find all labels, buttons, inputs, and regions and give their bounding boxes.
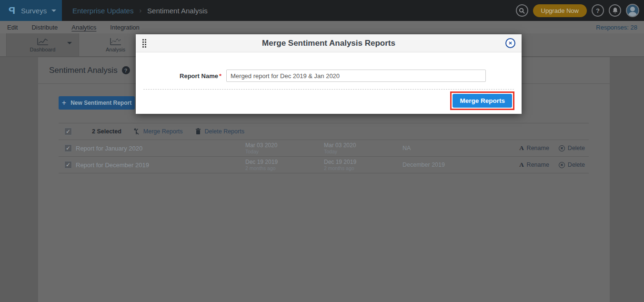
merge-reports-submit-button[interactable]: Merge Reports — [453, 94, 512, 108]
scatter-chart-icon — [110, 37, 122, 46]
rename-action[interactable]: A Rename — [519, 144, 549, 152]
delete-reports-label: Delete Reports — [205, 128, 244, 135]
breadcrumb-parent[interactable]: Enterprise Updates — [72, 7, 133, 15]
bell-icon — [612, 7, 618, 14]
responses-count: Responses: 28 — [596, 24, 637, 31]
merge-reports-label: Merge Reports — [143, 128, 183, 135]
top-navbar: P Surveys Enterprise Updates › Sentiment… — [0, 0, 644, 21]
delete-circle-icon — [559, 145, 565, 151]
delete-label: Delete — [568, 161, 585, 168]
survey-section-nav: Edit Distribute Analytics Integration Re… — [0, 21, 644, 33]
search-icon — [519, 8, 525, 14]
nav-item-analytics[interactable]: Analytics — [71, 24, 96, 31]
rename-icon: A — [519, 161, 523, 169]
help-icon[interactable]: ? — [122, 66, 130, 74]
breadcrumb-separator-icon: › — [139, 7, 141, 14]
reports-table: 2 Selected Merge Reports Delete Reports … — [59, 123, 589, 173]
tab-dashboard-label: Dashboard — [30, 47, 56, 52]
chevron-down-icon — [51, 10, 56, 12]
topbar-actions: Upgrade Now ? — [516, 4, 644, 17]
merge-reports-action[interactable]: Merge Reports — [133, 128, 183, 135]
nav-item-distribute[interactable]: Distribute — [31, 24, 58, 31]
delete-label: Delete — [568, 145, 585, 151]
rename-icon: A — [519, 144, 523, 152]
delete-action[interactable]: Delete — [559, 161, 585, 168]
page-title: Sentiment Analysis — [49, 66, 118, 75]
modal-title: Merge Sentiment Analysis Reports — [136, 39, 522, 48]
notifications-button[interactable] — [609, 4, 621, 17]
plus-icon — [62, 99, 66, 107]
breadcrumb: Enterprise Updates › Sentiment Analysis — [72, 7, 208, 15]
created-date-cell: Mar 03 2020 Today — [243, 142, 322, 154]
modal-body: Report Name* Merge Reports — [136, 70, 522, 114]
table-row[interactable]: Report for January 2020 Mar 03 2020 Toda… — [59, 140, 589, 157]
nav-item-edit[interactable]: Edit — [7, 24, 18, 31]
new-sentiment-report-label: New Sentiment Report — [70, 100, 131, 106]
merge-icon — [133, 128, 140, 135]
trash-icon — [195, 128, 201, 135]
selected-count: 2 Selected — [92, 128, 121, 135]
table-selection-toolbar: 2 Selected Merge Reports Delete Reports — [59, 123, 589, 140]
report-name[interactable]: Report for January 2020 — [74, 145, 243, 152]
help-button[interactable]: ? — [592, 4, 604, 17]
modified-date: Dec 19 2019 — [324, 159, 401, 165]
delete-action[interactable]: Delete — [559, 145, 585, 151]
tab-analysis-label: Analysis — [106, 47, 125, 52]
created-date: Dec 19 2019 — [245, 159, 322, 165]
delete-reports-action[interactable]: Delete Reports — [195, 128, 244, 135]
rename-label: Rename — [527, 161, 549, 168]
modified-date-relative: Today — [324, 149, 401, 154]
row-checkbox[interactable] — [64, 161, 72, 169]
nav-item-integration[interactable]: Integration — [110, 24, 139, 31]
delete-circle-icon — [559, 162, 565, 168]
line-chart-icon — [37, 37, 49, 46]
required-asterisk: * — [219, 72, 221, 80]
merge-reports-modal: Merge Sentiment Analysis Reports Report … — [136, 34, 522, 114]
avatar-silhouette — [630, 7, 635, 11]
rename-label: Rename — [527, 145, 549, 151]
search-button[interactable] — [516, 4, 528, 17]
report-name-label: Report Name* — [136, 72, 226, 80]
report-name-input[interactable] — [226, 70, 486, 82]
created-date-relative: 2 months ago — [245, 165, 322, 171]
row-checkbox[interactable] — [64, 144, 72, 152]
select-all-checkbox[interactable] — [64, 128, 72, 135]
chevron-down-icon[interactable] — [67, 42, 72, 44]
breadcrumb-current: Sentiment Analysis — [147, 7, 208, 15]
report-name[interactable]: Report for December 2019 — [74, 161, 243, 169]
product-switcher[interactable]: P Surveys — [0, 0, 62, 21]
app-screen: P Surveys Enterprise Updates › Sentiment… — [0, 0, 644, 302]
close-icon[interactable] — [505, 38, 515, 48]
question-mark-icon: ? — [596, 7, 600, 14]
table-row[interactable]: Report for December 2019 Dec 19 2019 2 m… — [59, 157, 589, 173]
modified-date-cell: Dec 19 2019 2 months ago — [322, 159, 401, 171]
questionpro-logo-icon: P — [9, 5, 15, 16]
tab-dashboard[interactable]: Dashboard — [6, 33, 79, 56]
report-name-field-row: Report Name* — [136, 70, 522, 82]
created-date: Mar 03 2020 — [245, 142, 322, 149]
new-sentiment-report-button[interactable]: New Sentiment Report — [59, 96, 135, 110]
modal-header: Merge Sentiment Analysis Reports — [136, 34, 522, 52]
created-date-cell: Dec 19 2019 2 months ago — [243, 159, 322, 171]
product-name: Surveys — [21, 7, 47, 15]
account-avatar[interactable] — [626, 4, 639, 17]
modified-date-cell: Mar 03 2020 Today — [322, 142, 401, 154]
modified-date: Mar 03 2020 — [324, 142, 401, 149]
annotation-highlight-box: Merge Reports — [450, 91, 514, 110]
created-date-relative: Today — [245, 149, 322, 154]
upgrade-now-button[interactable]: Upgrade Now — [533, 4, 587, 17]
report-label: NA — [401, 145, 519, 151]
modified-date-relative: 2 months ago — [324, 165, 401, 171]
report-label: December 2019 — [401, 161, 519, 168]
modal-footer: Merge Reports — [136, 90, 522, 114]
rename-action[interactable]: A Rename — [519, 161, 549, 169]
